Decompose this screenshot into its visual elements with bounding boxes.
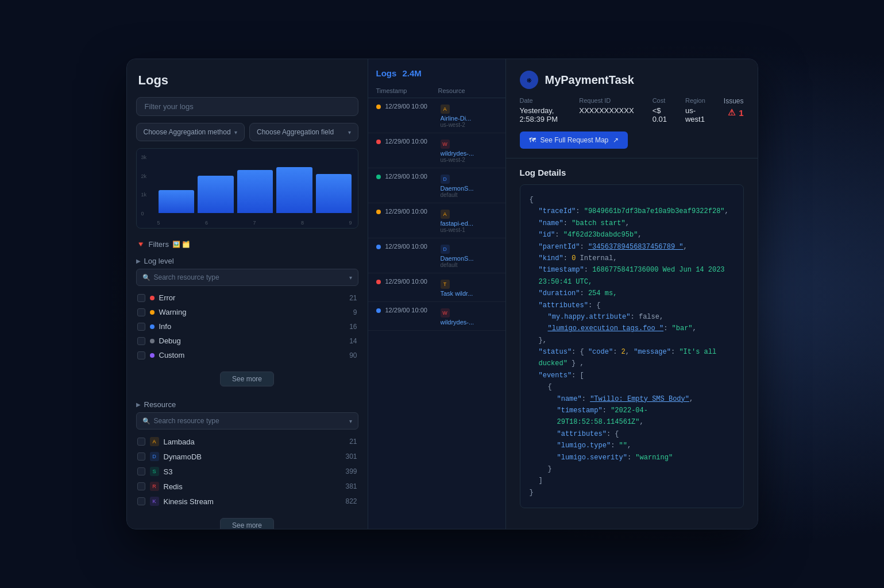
log-row[interactable]: 12/29/00 10:00 W wildrydes-... us-west-2: [368, 133, 505, 168]
see-full-request-button[interactable]: 🗺 See Full Request Map ↗: [520, 131, 628, 149]
chevron-down-icon: ▾: [349, 418, 352, 424]
page-title: Logs: [127, 59, 368, 97]
filters-header[interactable]: 🔻 Filters 🖼️ 🗂️: [136, 235, 358, 252]
filter-expand-icon: 🔻: [136, 240, 145, 249]
log-status-dot: [376, 308, 381, 313]
log-region: us-west-1: [441, 227, 497, 233]
log-level-see-more-button[interactable]: See more: [220, 372, 274, 386]
meta-request-id: Request ID XXXXXXXXXXX: [579, 97, 634, 115]
filter-item-info[interactable]: Info 16: [136, 319, 358, 334]
checkbox-error[interactable]: [137, 294, 145, 302]
checkbox-dynamodb[interactable]: [137, 452, 145, 461]
chart-bar-1: [159, 190, 195, 213]
search-icon: 🔍: [142, 417, 150, 425]
screen-container: Logs Filter your logs Choose Aggregation…: [0, 0, 884, 588]
logs-table-header: Timestamp Resource: [368, 84, 505, 98]
filter-item-kinesis[interactable]: K Kinesis Stream 822: [136, 494, 358, 509]
checkbox-kinesis[interactable]: [137, 497, 145, 505]
chevron-down-icon: ▾: [234, 129, 237, 136]
log-timestamp: 12/29/00 10:00: [385, 173, 436, 180]
middle-panel: Logs 2.4M Timestamp Resource 12/29/00 10…: [368, 59, 506, 529]
chevron-down-icon: ▾: [348, 129, 351, 136]
log-status-dot: [376, 210, 381, 214]
meta-region: Region us-west1: [685, 97, 705, 123]
service-icon: A: [441, 105, 450, 114]
log-region: default: [441, 192, 497, 198]
filter-item-error[interactable]: Error 21: [136, 291, 358, 305]
aggregation-method-dropdown[interactable]: Choose Aggregation method ▾: [136, 123, 245, 141]
filter-item-custom[interactable]: Custom 90: [136, 348, 358, 362]
kubernetes-icon: ⎈: [520, 71, 538, 89]
log-timestamp: 12/29/00 10:00: [385, 103, 436, 110]
dot-info: [150, 324, 155, 329]
checkbox-redis[interactable]: [137, 482, 145, 490]
dot-debug: [150, 339, 155, 343]
log-search-input[interactable]: Filter your logs: [136, 97, 358, 116]
resource-see-more-button[interactable]: See more: [220, 518, 274, 529]
log-resource-name: wildrydes-...: [441, 319, 497, 326]
log-details-title: Log Details: [520, 168, 744, 177]
log-status-dot: [376, 245, 381, 249]
checkbox-info[interactable]: [137, 323, 145, 331]
log-row[interactable]: 12/29/00 10:00 A fastapi-ed... us-west-1: [368, 203, 505, 238]
kinesis-icon: K: [150, 497, 159, 506]
service-icon: D: [441, 245, 450, 254]
filter-item-warning[interactable]: Warning 9: [136, 305, 358, 319]
log-details-code: { "traceId": "9849661b7df3ba7e10a9b3eaf9…: [520, 184, 744, 508]
log-status-dot: [376, 280, 381, 284]
checkbox-lambada[interactable]: [137, 438, 145, 446]
log-timestamp: 12/29/00 10:00: [385, 243, 436, 250]
filter-item-debug[interactable]: Debug 14: [136, 334, 358, 348]
log-row[interactable]: 12/29/00 10:00 W wildrydes-...: [368, 302, 505, 331]
checkbox-custom[interactable]: [137, 351, 145, 359]
chart-y-label: 0: [141, 211, 147, 216]
log-details-section: Log Details { "traceId": "9849661b7df3ba…: [506, 158, 758, 529]
issues-section: Issues ⚠ 1: [724, 97, 744, 118]
map-icon: 🗺: [529, 136, 536, 144]
dot-warning: [150, 310, 155, 315]
right-panel: ⎈ MyPaymentTask Date Yesterday, 2:58:39 …: [506, 59, 758, 529]
checkbox-s3[interactable]: [137, 467, 145, 475]
col-resource-header: Resource: [438, 87, 497, 94]
chart-bar-3: [237, 170, 273, 213]
service-icon: W: [441, 140, 450, 149]
log-level-search[interactable]: 🔍 Search resource type ▾: [136, 269, 358, 286]
log-row[interactable]: 12/29/00 10:00 D DaemonS... default: [368, 238, 505, 273]
meta-date: Date Yesterday, 2:58:39 PM: [520, 97, 561, 123]
chevron-right-icon: ▶: [136, 258, 141, 264]
log-row[interactable]: 12/29/00 10:00 D DaemonS... default: [368, 168, 505, 203]
log-resource-name: DaemonS...: [441, 255, 497, 262]
chart-bar-4: [276, 167, 312, 213]
service-icon: T: [441, 280, 450, 289]
search-icon: 🔍: [142, 274, 150, 281]
log-status-dot: [376, 175, 381, 179]
log-status-dot: [376, 140, 381, 144]
log-timestamp: 12/29/00 10:00: [385, 208, 436, 215]
resource-header[interactable]: ▶ Resource: [136, 396, 358, 412]
lambda-icon: A: [150, 437, 159, 446]
log-timestamp: 12/29/00 10:00: [385, 307, 436, 314]
chart-bars: [142, 156, 352, 223]
aggregation-field-dropdown[interactable]: Choose Aggregation field ▾: [249, 123, 358, 141]
log-row[interactable]: 12/29/00 10:00 A Airline-Di... us-west-2: [368, 98, 505, 133]
dynamodb-icon: D: [150, 452, 159, 461]
checkbox-warning[interactable]: [137, 308, 145, 316]
filter-item-s3[interactable]: S S3 399: [136, 464, 358, 479]
log-status-dot: [376, 105, 381, 109]
meta-cost: Cost <$ 0.01: [653, 97, 667, 123]
chart-x-labels: 5 6 7 8 9: [157, 220, 352, 226]
log-row[interactable]: 12/29/00 10:00 T Task wildr...: [368, 273, 505, 302]
checkbox-debug[interactable]: [137, 337, 145, 345]
log-resource-name: Task wildr...: [441, 290, 497, 297]
chart-y-labels: 3k 2k 1k 0: [141, 154, 147, 216]
chart-y-label: 1k: [141, 192, 147, 198]
filter-item-dynamodb[interactable]: D DynamoDB 301: [136, 449, 358, 464]
resource-search[interactable]: 🔍 Search resource type ▾: [136, 412, 358, 430]
chart-bar-5: [316, 174, 352, 213]
log-level-header[interactable]: ▶ Log level: [136, 252, 358, 269]
col-timestamp-header: Timestamp: [376, 87, 434, 94]
filter-item-redis[interactable]: R Redis 381: [136, 479, 358, 494]
log-rows-container: 12/29/00 10:00 A Airline-Di... us-west-2…: [368, 98, 505, 331]
filter-item-lambada[interactable]: A Lambada 21: [136, 434, 358, 449]
warning-triangle-icon: ⚠: [728, 107, 735, 118]
